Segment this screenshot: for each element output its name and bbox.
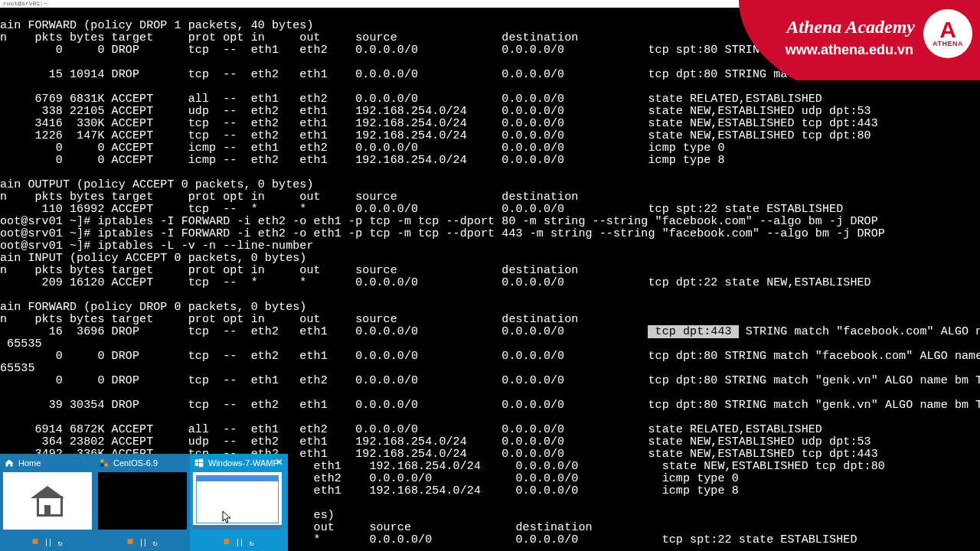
centos-thumbnail[interactable]: ... xyxy=(98,472,187,530)
centos-icon xyxy=(100,458,109,468)
pause-icon[interactable]: || xyxy=(44,539,51,548)
home-thumbnail[interactable] xyxy=(3,472,92,530)
brand-title: Athena Academy xyxy=(786,17,915,37)
svg-rect-4 xyxy=(195,460,199,463)
wamp-controls: || ↻ xyxy=(224,539,253,548)
svg-rect-0 xyxy=(101,460,104,463)
taskbar-home[interactable]: Home || ↻ xyxy=(0,454,95,551)
stop-icon[interactable] xyxy=(224,539,229,544)
restart-icon[interactable]: ↻ xyxy=(57,539,62,548)
wamp-label: Windows-7-WAMP xyxy=(208,458,279,468)
windows-icon xyxy=(194,458,204,468)
pause-icon[interactable]: || xyxy=(235,539,243,548)
pause-icon[interactable]: || xyxy=(139,539,146,548)
svg-rect-1 xyxy=(105,460,108,463)
stop-icon[interactable] xyxy=(32,539,38,544)
taskbar-centos[interactable]: CentOS-6.9 ... || ↻ xyxy=(95,454,190,551)
stop-icon[interactable] xyxy=(127,539,132,544)
brand-url: www.athena.edu.vn xyxy=(786,42,913,58)
centos-controls: || ↻ xyxy=(127,539,157,548)
svg-rect-7 xyxy=(199,463,203,467)
wamp-thumbnail[interactable] xyxy=(193,472,282,530)
home-label: Home xyxy=(18,458,41,468)
svg-rect-3 xyxy=(105,464,108,467)
brand-overlay: Athena Academy www.athena.edu.vn A ATHEN… xyxy=(739,0,980,80)
svg-rect-5 xyxy=(199,459,203,463)
svg-rect-2 xyxy=(101,464,104,467)
home-icon xyxy=(5,458,14,468)
vm-taskbar: Home || ↻ CentOS-6.9 ... || ↻ xyxy=(0,454,288,551)
svg-rect-6 xyxy=(195,463,199,466)
restart-icon[interactable]: ↻ xyxy=(152,539,157,548)
brand-badge: A ATHENA xyxy=(923,9,972,58)
taskbar-wamp[interactable]: Windows-7-WAMP ✕ || ↻ xyxy=(190,454,288,551)
home-controls: || ↻ xyxy=(32,539,62,548)
restart-icon[interactable]: ↻ xyxy=(249,539,253,548)
centos-label: CentOS-6.9 xyxy=(113,458,158,468)
close-icon[interactable]: ✕ xyxy=(276,457,283,468)
